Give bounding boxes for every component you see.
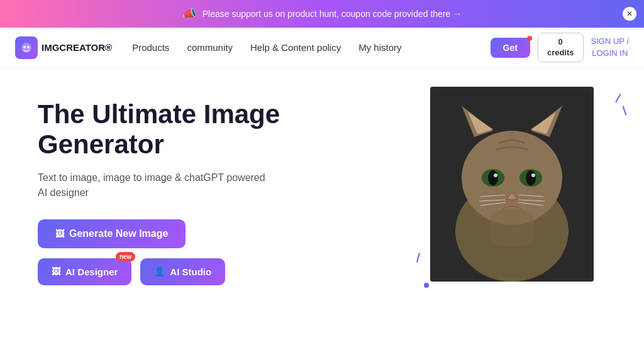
nav-history[interactable]: My history	[358, 42, 401, 53]
logo[interactable]: IMGCREATOR®	[15, 36, 112, 59]
credits-label: credits	[547, 48, 574, 58]
hero-section: The Ultimate Image Generator Text to ima…	[0, 68, 644, 362]
navbar: IMGCREATOR® Products community Help & Co…	[0, 28, 644, 68]
login-link[interactable]: LOGIN IN	[592, 48, 628, 59]
nav-community[interactable]: community	[187, 42, 233, 53]
ai-studio-icon: 👤	[154, 266, 165, 277]
deco-dot-1	[424, 283, 429, 288]
hero-subtitle: Text to image, image to image & chatGPT …	[38, 170, 277, 200]
ai-studio-button[interactable]: 👤 AI Studio	[140, 258, 225, 285]
auth-links[interactable]: SIGN UP / LOGIN IN	[591, 36, 629, 58]
get-button[interactable]: Get	[491, 38, 530, 58]
svg-point-15	[531, 173, 535, 177]
svg-point-13	[526, 170, 536, 185]
new-badge: new	[116, 252, 135, 261]
nav-actions: Get 0 credits SIGN UP / LOGIN IN	[491, 33, 629, 63]
sign-up-link[interactable]: SIGN UP /	[591, 36, 629, 47]
svg-point-2	[27, 46, 30, 48]
announcement-bar: 📣 Please support us on product hunt, cou…	[0, 0, 644, 28]
deco-line-1	[615, 94, 621, 103]
credits-count: 0	[547, 37, 574, 48]
svg-point-1	[23, 46, 26, 48]
ai-designer-label: AI Designer	[65, 266, 118, 277]
hero-content: The Ultimate Image Generator Text to ima…	[38, 93, 430, 285]
nav-help[interactable]: Help & Content policy	[250, 42, 341, 53]
logo-icon	[15, 36, 38, 59]
hero-title: The Ultimate Image Generator	[38, 99, 327, 160]
logo-text: IMGCREATOR®	[42, 42, 112, 53]
megaphone-icon: 📣	[182, 7, 196, 21]
announcement-text: Please support us on product hunt, coupo…	[203, 9, 462, 19]
hero-image-container	[430, 87, 606, 300]
nav-products[interactable]: Products	[132, 42, 169, 53]
ai-designer-icon: 🖼	[52, 266, 60, 277]
deco-line-2	[622, 106, 626, 116]
svg-point-12	[488, 170, 498, 185]
ai-studio-label: AI Studio	[170, 266, 211, 277]
generate-icon: 🖼	[55, 229, 64, 239]
close-announcement-button[interactable]: ✕	[623, 7, 636, 21]
credits-button[interactable]: 0 credits	[538, 33, 584, 63]
secondary-buttons-row: 🖼 AI Designer new 👤 AI Studio	[38, 258, 430, 285]
cat-image	[430, 87, 594, 282]
notification-dot	[527, 36, 532, 41]
ai-designer-button[interactable]: 🖼 AI Designer new	[38, 258, 131, 285]
generate-button-label: Generate New Image	[69, 228, 168, 239]
generate-new-image-button[interactable]: 🖼 Generate New Image	[38, 219, 186, 248]
svg-point-14	[494, 173, 497, 177]
nav-links: Products community Help & Content policy…	[132, 42, 490, 53]
